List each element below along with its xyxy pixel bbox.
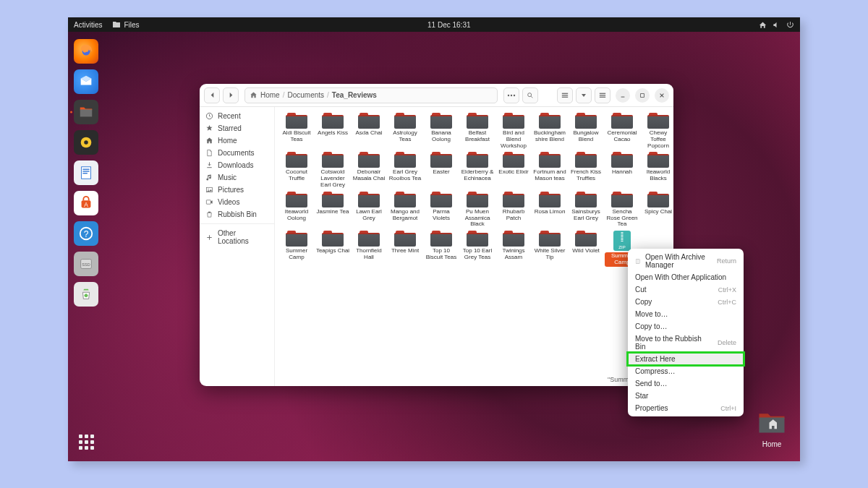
sidebar-item-downloads[interactable]: Downloads	[200, 159, 274, 171]
dock-firefox[interactable]	[74, 39, 98, 64]
dock-rhythmbox[interactable]	[74, 130, 98, 155]
ctx-properties[interactable]: PropertiesCtrl+I	[628, 402, 744, 414]
folder-item[interactable]: Banana Oolong	[424, 113, 459, 150]
folder-item[interactable]: Top 10 Biscuit Teas	[424, 231, 459, 268]
view-dropdown[interactable]	[576, 87, 592, 103]
ctx-move-to-[interactable]: Move to…	[628, 308, 744, 320]
dock-files[interactable]	[74, 100, 98, 124]
folder-item[interactable]: Hannah	[605, 152, 639, 189]
nav-back[interactable]	[204, 87, 220, 103]
sidebar-item-documents[interactable]: Documents	[200, 147, 274, 159]
folder-icon	[358, 152, 380, 168]
dock-thunderbird[interactable]	[74, 69, 98, 94]
folder-item[interactable]: Twinings Assam	[496, 231, 531, 268]
folder-item[interactable]: Asda Chai	[352, 113, 386, 150]
folder-item[interactable]: Rhubarb Patch	[496, 192, 531, 229]
folder-item[interactable]: Astrology Teas	[388, 113, 422, 150]
app-menu-files[interactable]: Files	[112, 20, 139, 29]
folder-item[interactable]: Teapigs Chai	[315, 231, 350, 268]
folder-item[interactable]: Pu Muen Assamica Black	[460, 192, 495, 229]
folder-item[interactable]: Thornfield Hall	[352, 231, 386, 268]
folder-item[interactable]: Parma Violets	[424, 192, 459, 229]
folder-item[interactable]: Mango and Bergamot	[388, 192, 422, 229]
folder-item[interactable]: Summer Camp	[279, 231, 314, 268]
folder-item[interactable]: Debonair Masala Chai	[352, 152, 386, 189]
window-maximize[interactable]	[635, 88, 650, 103]
folder-item[interactable]: Bird and Blend Workshop	[496, 113, 531, 150]
sidebar-item-other-locations[interactable]: Other Locations	[200, 223, 274, 247]
folder-item[interactable]: French Kiss Truffles	[569, 152, 603, 189]
folder-item[interactable]: Bungalow Blend	[569, 113, 603, 150]
ctx-send-to-[interactable]: Send to…	[628, 377, 744, 390]
folder-item[interactable]: Iteaworld Oolong	[279, 192, 314, 229]
music-icon	[205, 174, 213, 181]
folder-icon	[394, 231, 416, 247]
dock-software[interactable]: A	[74, 191, 98, 215]
ctx-open-with-archive-manager[interactable]: Open With Archive ManagerReturn	[628, 251, 744, 271]
folder-item[interactable]: Belfast Breakfast	[460, 113, 495, 150]
sidebar-item-videos[interactable]: Videos	[200, 196, 274, 208]
path-menu[interactable]	[503, 87, 519, 103]
folder-item[interactable]: Angels Kiss	[315, 113, 350, 150]
folder-item[interactable]: Buckinghamshire Blend	[532, 113, 567, 150]
folder-item[interactable]: Wild Violet	[569, 231, 603, 268]
folder-item[interactable]: Jasmine Tea	[315, 192, 350, 229]
folder-item[interactable]: Aldi Biscuit Teas	[279, 113, 314, 150]
ctx-compress-[interactable]: Compress…	[628, 365, 744, 377]
folder-icon	[611, 152, 633, 168]
crumb-current[interactable]: Tea_Reviews	[332, 91, 377, 99]
folder-item[interactable]: Exotic Elixir	[496, 152, 531, 189]
folder-item[interactable]: Sainsburys Earl Grey	[569, 192, 603, 229]
ctx-copy[interactable]: CopyCtrl+C	[628, 296, 744, 308]
folder-item[interactable]: Spicy Chai	[641, 192, 673, 229]
sidebar-item-recent[interactable]: Recent	[200, 110, 274, 122]
window-minimize[interactable]	[616, 88, 630, 103]
folder-item[interactable]: Iteaworld Blacks	[641, 152, 673, 189]
crumb-home[interactable]: Home	[260, 91, 280, 99]
folder-item[interactable]: White Silver Tip	[532, 231, 567, 268]
ctx-open-with-other-application[interactable]: Open With Other Application	[628, 271, 744, 283]
folder-item[interactable]: Cotswold Lavender Earl Grey	[315, 152, 350, 189]
sidebar-item-pictures[interactable]: Pictures	[200, 184, 274, 196]
view-list[interactable]	[557, 87, 573, 103]
dock-trash[interactable]	[74, 282, 98, 307]
desktop-home-icon[interactable]: Home	[757, 410, 787, 448]
folder-item[interactable]: Elderberry & Echinacea	[460, 152, 495, 189]
folder-item[interactable]: Easter	[424, 152, 459, 189]
dock-disk[interactable]: SSD	[74, 252, 98, 276]
crumb-documents[interactable]: Documents	[287, 91, 324, 99]
folder-item[interactable]: Chewy Toffee Popcorn	[641, 113, 673, 150]
dock-help[interactable]: ?	[74, 221, 98, 246]
sidebar-item-music[interactable]: Music	[200, 171, 274, 184]
ctx-cut[interactable]: CutCtrl+X	[628, 283, 744, 296]
folder-item[interactable]: Coconut Truffle	[279, 152, 314, 189]
sidebar-item-rubbish-bin[interactable]: Rubbish Bin	[200, 208, 274, 221]
ctx-move-to-the-rubbish-bin[interactable]: Move to the Rubbish BinDelete	[628, 333, 744, 353]
hamburger-menu[interactable]	[595, 87, 610, 103]
search-button[interactable]	[522, 87, 538, 103]
system-tray[interactable]	[759, 21, 794, 29]
activities-button[interactable]: Activities	[74, 21, 102, 29]
nav-forward[interactable]	[223, 87, 239, 103]
folder-item[interactable]: Sencha Rose Green Tea	[605, 192, 639, 229]
folder-item[interactable]: Top 10 Earl Grey Teas	[460, 231, 495, 268]
show-applications[interactable]	[74, 429, 98, 454]
ctx-copy-to-[interactable]: Copy to…	[628, 320, 744, 333]
folder-item[interactable]: Fortnum and Mason teas	[532, 152, 567, 189]
path-bar[interactable]: Home / Documents / Tea_Reviews	[244, 87, 498, 103]
folder-item[interactable]: Earl Grey Rooibos Tea	[388, 152, 422, 189]
clock[interactable]: 11 Dec 16:31	[427, 21, 471, 29]
ctx-star[interactable]: Star	[628, 390, 744, 402]
folder-item[interactable]: Three Mint	[388, 231, 422, 268]
folder-item[interactable]: Lawn Earl Grey	[352, 192, 386, 229]
ctx-extract-here[interactable]: Extract Here	[628, 353, 744, 365]
file-grid[interactable]: Aldi Biscuit TeasAngels KissAsda ChaiAst…	[275, 107, 673, 386]
dock-writer[interactable]	[74, 160, 98, 185]
sidebar-item-starred[interactable]: Starred	[200, 122, 274, 134]
svg-rect-18	[562, 93, 568, 93]
folder-icon	[286, 231, 307, 247]
window-close[interactable]	[655, 88, 669, 103]
folder-item[interactable]: Rosa Limon	[532, 192, 567, 229]
folder-item[interactable]: Ceremonial Cacao	[605, 113, 639, 150]
sidebar-item-home[interactable]: Home	[200, 134, 274, 147]
